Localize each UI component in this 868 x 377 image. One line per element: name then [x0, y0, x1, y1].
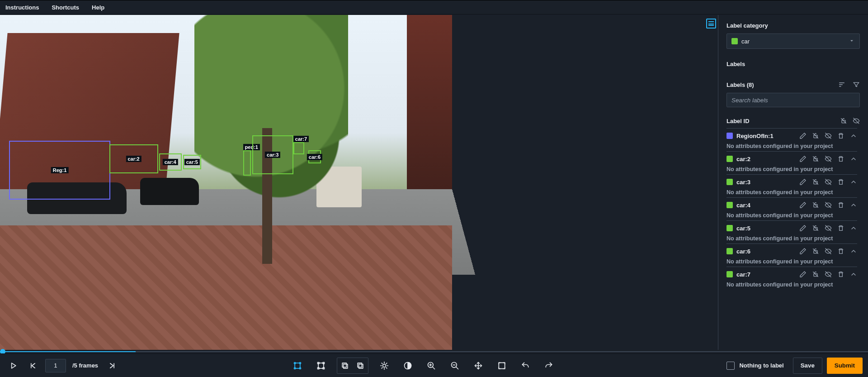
- delete-icon[interactable]: [837, 155, 844, 162]
- play-button[interactable]: [5, 358, 21, 373]
- nothing-to-label-text: Nothing to label: [739, 362, 783, 369]
- collapse-icon[interactable]: [850, 155, 857, 162]
- zoom-in-button[interactable]: [424, 358, 439, 373]
- collapse-icon[interactable]: [850, 271, 857, 278]
- lock-icon[interactable]: [812, 224, 819, 232]
- collapse-icon[interactable]: [850, 248, 857, 255]
- filter-icon[interactable]: [853, 81, 860, 88]
- lock-icon[interactable]: [812, 271, 819, 278]
- hide-icon[interactable]: [825, 271, 832, 278]
- label-item[interactable]: car:2No attributes configured in your pr…: [726, 151, 857, 174]
- lock-all-icon[interactable]: [840, 117, 847, 124]
- label-list: RegionOfIn:1No attributes configured in …: [726, 128, 860, 318]
- delete-icon[interactable]: [837, 224, 844, 232]
- last-frame-button[interactable]: [104, 358, 120, 373]
- collapse-icon[interactable]: [850, 201, 857, 209]
- label-category-select[interactable]: car: [726, 33, 860, 49]
- menu-help[interactable]: Help: [92, 4, 104, 11]
- timeline[interactable]: [0, 350, 868, 353]
- hide-icon[interactable]: [825, 224, 832, 232]
- undo-button[interactable]: [518, 358, 533, 373]
- bbox[interactable]: car:6: [308, 150, 321, 163]
- edit-icon[interactable]: [799, 271, 807, 278]
- zoom-out-button[interactable]: [447, 358, 462, 373]
- no-attributes-text: No attributes configured in your project: [726, 235, 857, 242]
- first-frame-button[interactable]: [25, 358, 41, 373]
- bbox-label: car:5: [184, 159, 200, 165]
- hide-icon[interactable]: [825, 132, 832, 139]
- frame-number-input[interactable]: [45, 359, 66, 372]
- footer-toolbar: /5 frames Nothing to label Save Submit: [0, 353, 868, 377]
- edit-icon[interactable]: [799, 248, 807, 255]
- label-item[interactable]: RegionOfIn:1No attributes configured in …: [726, 128, 857, 151]
- bbox-tool-alt-button[interactable]: [313, 358, 329, 373]
- lock-icon[interactable]: [812, 155, 819, 162]
- nothing-to-label-checkbox[interactable]: [726, 362, 735, 370]
- label-name: RegionOfIn:1: [736, 133, 774, 139]
- center-tools: [290, 358, 557, 374]
- bbox-label: Reg:1: [51, 167, 69, 173]
- label-list-scroll[interactable]: RegionOfIn:1No attributes configured in …: [726, 128, 860, 318]
- no-attributes-text: No attributes configured in your project: [726, 212, 857, 219]
- copy-next-button[interactable]: [353, 358, 368, 373]
- bbox[interactable]: Reg:1: [9, 141, 110, 200]
- bbox[interactable]: car:7: [293, 142, 304, 154]
- main-area: Reg:1car:2car:4car:5ped:1car:3car:7car:6…: [0, 15, 868, 353]
- brightness-button[interactable]: [377, 358, 392, 373]
- svg-rect-13: [840, 227, 843, 231]
- search-labels-input[interactable]: [726, 93, 860, 107]
- pan-button[interactable]: [471, 358, 486, 373]
- copy-prev-button[interactable]: [337, 358, 353, 373]
- menu-instructions[interactable]: Instructions: [5, 4, 39, 11]
- hide-icon[interactable]: [825, 178, 832, 186]
- no-attributes-text: No attributes configured in your project: [726, 258, 857, 265]
- bbox-tool-button[interactable]: [290, 358, 305, 373]
- bbox[interactable]: car:4: [159, 153, 182, 171]
- edit-icon[interactable]: [799, 178, 807, 186]
- menu-shortcuts[interactable]: Shortcuts: [52, 4, 79, 11]
- bbox[interactable]: car:3: [252, 135, 293, 174]
- swatch-icon: [726, 248, 733, 254]
- delete-icon[interactable]: [837, 178, 844, 186]
- labels-title: Labels: [726, 61, 860, 67]
- delete-icon[interactable]: [837, 201, 844, 209]
- redo-button[interactable]: [541, 358, 557, 373]
- label-item[interactable]: car:7No attributes configured in your pr…: [726, 267, 857, 290]
- lock-icon[interactable]: [812, 248, 819, 255]
- label-name: car:5: [736, 225, 750, 232]
- bbox[interactable]: car:5: [183, 155, 201, 169]
- edit-icon[interactable]: [799, 201, 807, 209]
- label-id-heading: Label ID: [726, 118, 750, 124]
- hide-icon[interactable]: [825, 201, 832, 209]
- delete-icon[interactable]: [837, 248, 844, 255]
- delete-icon[interactable]: [837, 271, 844, 278]
- edit-icon[interactable]: [799, 155, 807, 162]
- hide-all-icon[interactable]: [853, 117, 860, 124]
- bbox[interactable]: ped:1: [243, 150, 251, 176]
- lock-icon[interactable]: [812, 201, 819, 209]
- label-item[interactable]: car:4No attributes configured in your pr…: [726, 197, 857, 220]
- toggle-panel-icon[interactable]: [706, 19, 716, 29]
- edit-icon[interactable]: [799, 224, 807, 232]
- collapse-icon[interactable]: [850, 224, 857, 232]
- hide-icon[interactable]: [825, 248, 832, 255]
- lock-icon[interactable]: [812, 132, 819, 139]
- fit-button[interactable]: [494, 358, 509, 373]
- canvas-area[interactable]: Reg:1car:2car:4car:5ped:1car:3car:7car:6: [0, 15, 718, 353]
- collapse-icon[interactable]: [850, 178, 857, 186]
- chevron-down-icon: [849, 38, 855, 45]
- bbox[interactable]: car:2: [109, 144, 158, 173]
- edit-icon[interactable]: [799, 132, 807, 139]
- contrast-button[interactable]: [400, 358, 415, 373]
- svg-line-49: [456, 367, 458, 369]
- save-button[interactable]: Save: [793, 358, 822, 374]
- sort-icon[interactable]: [838, 81, 845, 88]
- delete-icon[interactable]: [837, 132, 844, 139]
- lock-icon[interactable]: [812, 178, 819, 186]
- submit-button[interactable]: Submit: [827, 358, 863, 374]
- collapse-icon[interactable]: [850, 132, 857, 139]
- label-item[interactable]: car:6No attributes configured in your pr…: [726, 243, 857, 267]
- hide-icon[interactable]: [825, 155, 832, 162]
- label-item[interactable]: car:5No attributes configured in your pr…: [726, 220, 857, 243]
- label-item[interactable]: car:3No attributes configured in your pr…: [726, 174, 857, 197]
